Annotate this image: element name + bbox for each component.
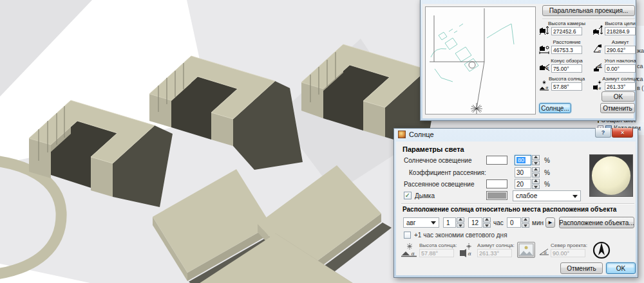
minute-input[interactable]: 0 <box>507 217 521 228</box>
panel-text-fragment: в ( <box>637 85 643 91</box>
camera-height-input[interactable]: 272452.6 <box>551 27 582 35</box>
cancel-button[interactable]: Отменить <box>600 103 635 113</box>
day-input[interactable]: 1 <box>443 217 456 228</box>
dst-label: +1 час экономии светового дня <box>414 232 507 239</box>
sun-dialog-titlebar[interactable]: Солнце <box>398 131 434 138</box>
month-dropdown[interactable]: авг <box>403 217 439 228</box>
light-params-header: Параметры света <box>402 145 464 153</box>
chevron-down-icon <box>573 195 578 201</box>
svg-text:α: α <box>411 251 415 257</box>
svg-text:α: α <box>598 49 601 54</box>
month-value: авг <box>406 219 416 226</box>
application-window: Общая аксоном + Каталоги жа са са в ( <box>0 0 644 283</box>
sun-light-label: Солнечное освещение <box>404 157 471 164</box>
north-angle-icon: α <box>539 247 549 259</box>
percent-label: % <box>544 181 550 188</box>
tilt-angle-icon: α <box>592 62 603 73</box>
sun-azimuth-input[interactable]: 261.33° <box>605 82 636 91</box>
field-label: Высота камеры <box>548 21 585 26</box>
cancel-button[interactable]: Отменить <box>560 262 603 274</box>
ambient-input[interactable]: 20 <box>515 179 531 189</box>
sun-altitude-input[interactable]: 57.88° <box>551 82 582 91</box>
sun-azimuth-icon: α <box>592 80 603 91</box>
svg-text:α: α <box>545 85 549 89</box>
panel-text-fragment: са <box>637 63 643 69</box>
apply-time-button[interactable]: ▶ <box>545 217 555 228</box>
field-label: Расстояние <box>553 39 580 45</box>
sun-light-color-swatch[interactable] <box>486 156 507 165</box>
close-button[interactable]: ✕ <box>612 128 633 138</box>
sun-light-input[interactable]: 80 <box>515 155 531 165</box>
projection-dialog-body: Параллельная проекция... Высота камеры 2… <box>422 4 634 118</box>
ambient-color-swatch[interactable] <box>486 179 507 188</box>
plan-preview[interactable] <box>425 6 536 114</box>
view-cone-icon: α <box>539 62 550 73</box>
help-button[interactable]: ? <box>595 128 611 138</box>
camera-distance-icon <box>539 44 550 54</box>
ambient-spinner[interactable] <box>532 179 540 189</box>
sun-light-spinner[interactable] <box>532 155 540 165</box>
sun-dialog: Солнце ? ✕ Параметры света Солнечное осв… <box>393 128 638 278</box>
view-cone-input[interactable]: 75.00° <box>551 64 582 73</box>
svg-text:α: α <box>598 86 601 90</box>
svg-text:α: α <box>468 251 471 257</box>
scatter-spinner[interactable] <box>532 167 540 178</box>
sun-altitude-icon: α <box>539 80 550 91</box>
camera-azimuth-input[interactable]: 290.62° <box>605 46 636 54</box>
panel-text-fragment: жа <box>637 48 644 54</box>
project-north-readout: 90.00° <box>551 249 585 257</box>
field-label: Высота солнца <box>549 76 585 82</box>
percent-label: % <box>544 157 550 164</box>
divider <box>542 19 635 20</box>
side-panel-edge: жа са са в ( <box>636 26 644 122</box>
target-height-icon <box>592 25 603 35</box>
ground-plane-left <box>0 0 92 96</box>
scatter-label: Коэффициент рассеяния: <box>409 169 486 176</box>
sun-altitude-readout: 57.88° <box>419 249 454 257</box>
sun-dialog-body: Параметры света Солнечное освещение 80 %… <box>396 142 636 275</box>
divider <box>401 203 634 205</box>
haze-selected-option: слабое <box>516 192 537 199</box>
sun-position-header: Расположение солнца относительно места р… <box>402 206 616 213</box>
field-label: Азимут <box>612 39 629 45</box>
haze-label: Дымка <box>415 192 435 199</box>
haze-dropdown[interactable]: слабое <box>513 190 581 201</box>
check-icon: ✓ <box>405 192 410 199</box>
landscape-picture-button[interactable] <box>517 242 535 258</box>
scatter-input[interactable]: 30 <box>515 167 531 178</box>
sun-azimuth-readout-label: Азимут солнца: <box>477 242 515 248</box>
haze-checkbox[interactable]: ✓ <box>404 192 412 199</box>
tilt-angle-input[interactable]: 0.00° <box>605 64 636 73</box>
sun-azimuth-icon: α <box>459 243 476 260</box>
sun-azimuth-readout: 261.33° <box>477 249 512 257</box>
target-height-input[interactable]: 218284.9 <box>605 27 636 35</box>
hour-spinner[interactable] <box>483 217 491 228</box>
svg-text:α: α <box>598 64 602 69</box>
project-north-label: Север проекта: <box>551 242 587 248</box>
field-label: Высота цели <box>605 21 636 26</box>
percent-label: % <box>544 169 550 176</box>
minute-spinner[interactable] <box>522 217 529 228</box>
camera-height-icon <box>539 25 550 35</box>
ok-button[interactable]: OK <box>601 91 635 102</box>
ok-button[interactable]: OK <box>606 262 636 274</box>
parallel-projection-button[interactable]: Параллельная проекция... <box>542 5 635 16</box>
projection-settings-dialog: Параллельная проекция... Высота камеры 2… <box>420 0 636 121</box>
object-location-button[interactable]: Расположение объекта... <box>559 217 634 228</box>
day-spinner[interactable] <box>457 217 464 228</box>
sun-altitude-icon: α <box>401 243 418 260</box>
ambient-label: Рассеянное освещение <box>404 181 475 188</box>
dst-checkbox[interactable] <box>404 232 411 239</box>
plan-preview-sketch <box>426 7 535 114</box>
field-label: Конус обзора <box>551 58 582 64</box>
sun-button[interactable]: Солнце... <box>539 103 571 113</box>
compass-north-icon <box>591 239 612 264</box>
minute-unit-label: мин <box>532 219 544 226</box>
hour-unit-label: час <box>493 219 504 226</box>
field-label: Азимут солнца <box>602 76 638 82</box>
hour-input[interactable]: 12 <box>468 217 482 228</box>
camera-distance-input[interactable]: 46753.3 <box>551 46 582 54</box>
sun-dialog-icon <box>398 131 406 138</box>
haze-color-swatch[interactable] <box>486 191 507 200</box>
light-preview-sphere <box>589 154 633 197</box>
